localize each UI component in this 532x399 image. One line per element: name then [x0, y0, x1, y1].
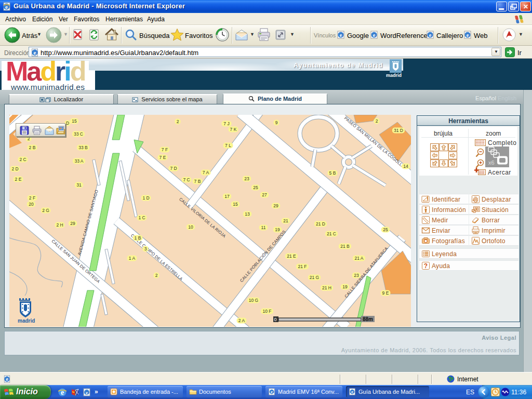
svg-text:e: e: [271, 390, 273, 394]
svg-text:33 A: 33 A: [74, 158, 83, 164]
svg-text:e: e: [6, 377, 8, 382]
svg-text:7 C: 7 C: [183, 177, 190, 182]
svg-text:10 F: 10 F: [262, 309, 271, 314]
svg-text:21 A: 21 A: [354, 256, 363, 261]
svg-text:7 L: 7 L: [225, 143, 231, 148]
svg-text:21 D: 21 D: [316, 221, 325, 227]
svg-text:2: 2: [155, 273, 158, 278]
svg-text:21 E: 21 E: [287, 254, 296, 259]
svg-text:7 B: 7 B: [194, 179, 201, 184]
svg-text:e: e: [86, 390, 88, 395]
svg-text:2: 2: [177, 119, 179, 124]
svg-text:15: 15: [233, 202, 238, 207]
svg-text:10: 10: [188, 224, 193, 230]
svg-text:e: e: [34, 49, 36, 56]
svg-text:9 E: 9 E: [382, 290, 389, 296]
svg-text:7 A: 7 A: [203, 170, 209, 175]
svg-text:21 B: 21 B: [340, 244, 350, 249]
svg-text:7 K: 7 K: [230, 127, 237, 132]
svg-text:D: D: [66, 121, 69, 126]
svg-text:e: e: [429, 32, 432, 38]
svg-text:19: 19: [342, 284, 348, 289]
svg-text:21 C: 21 C: [327, 231, 336, 236]
svg-text:2 E: 2 E: [15, 177, 22, 182]
svg-text:2 H: 2 H: [56, 222, 63, 228]
svg-text:23: 23: [354, 273, 359, 278]
svg-text:1 C: 1 C: [138, 215, 145, 220]
svg-text:e: e: [351, 390, 353, 394]
svg-text:?: ?: [424, 262, 428, 270]
svg-text:x6: x6: [488, 159, 495, 166]
svg-text:1 B: 1 B: [135, 235, 141, 241]
svg-text:31: 31: [76, 182, 82, 188]
svg-text:2 A: 2 A: [238, 318, 245, 323]
svg-text:19: 19: [275, 227, 280, 232]
svg-text:21: 21: [283, 218, 288, 223]
svg-text:21 F: 21 F: [298, 264, 307, 269]
svg-text:1 D: 1 D: [142, 195, 149, 201]
svg-text:2 G: 2 G: [42, 208, 49, 213]
svg-text:3: 3: [144, 246, 147, 251]
svg-text:33 B: 33 B: [78, 145, 88, 150]
svg-text:25: 25: [383, 227, 388, 232]
svg-text:21 G: 21 G: [310, 275, 319, 280]
svg-text:2: 2: [28, 136, 30, 141]
svg-text:2 F: 2 F: [29, 195, 35, 201]
svg-text:9: 9: [275, 120, 278, 125]
svg-text:2 D: 2 D: [11, 166, 18, 171]
svg-text:2 C: 2 C: [19, 157, 26, 162]
svg-text:15: 15: [72, 118, 77, 124]
svg-text:e: e: [340, 32, 342, 38]
svg-text:7 D: 7 D: [170, 166, 177, 171]
svg-text:5 B: 5 B: [329, 170, 336, 176]
svg-text:23: 23: [244, 176, 249, 181]
svg-text:31 D: 31 D: [394, 128, 403, 133]
svg-text:13: 13: [245, 211, 250, 217]
svg-text:7 F: 7 F: [162, 147, 168, 152]
svg-text:27: 27: [262, 192, 267, 197]
svg-text:2: 2: [376, 118, 378, 124]
svg-text:25: 25: [253, 185, 258, 190]
svg-text:20: 20: [29, 202, 34, 207]
svg-text:21 H: 21 H: [322, 285, 331, 290]
svg-text:29: 29: [70, 221, 75, 226]
svg-text:14: 14: [403, 164, 408, 169]
svg-text:33 C: 33 C: [74, 131, 83, 137]
svg-text:17: 17: [224, 194, 230, 199]
svg-text:madrid: madrid: [18, 318, 35, 324]
svg-text:2 B: 2 B: [29, 145, 36, 150]
svg-text:88m: 88m: [363, 316, 373, 322]
svg-text:10 G: 10 G: [249, 298, 258, 303]
svg-text:7 E: 7 E: [159, 155, 166, 160]
svg-text:11: 11: [261, 225, 266, 230]
svg-text:1 A: 1 A: [129, 256, 136, 261]
svg-text:7 J: 7 J: [223, 121, 229, 126]
svg-text:0: 0: [274, 317, 276, 322]
svg-text:29: 29: [273, 203, 278, 208]
svg-text:e: e: [373, 32, 376, 38]
svg-text:e: e: [467, 32, 469, 38]
